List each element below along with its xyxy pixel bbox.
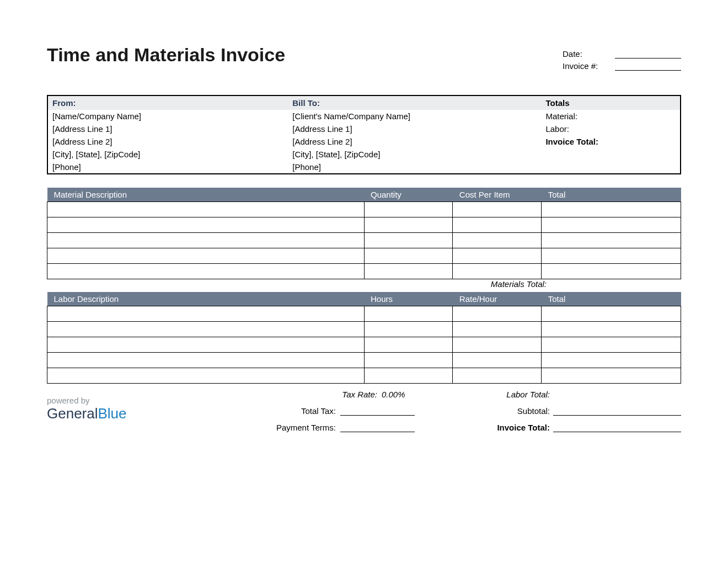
invoice-total-label: Invoice Total:	[497, 423, 553, 432]
materials-qty-header: Quantity	[364, 188, 453, 202]
table-row[interactable]	[47, 353, 681, 368]
table-row[interactable]	[47, 233, 681, 248]
labor-desc-header: Labor Description	[47, 292, 365, 306]
totals-invoice-total-label: Invoice Total:	[541, 135, 681, 148]
total-tax-label: Total Tax:	[301, 406, 340, 416]
date-label: Date:	[563, 49, 615, 59]
totals-labor-label: Labor:	[541, 123, 681, 135]
materials-desc-header: Material Description	[47, 188, 365, 202]
invoice-total-line[interactable]	[553, 422, 681, 432]
payment-terms-line[interactable]	[340, 422, 415, 432]
table-row[interactable]	[47, 368, 681, 384]
labor-total-header: Total	[542, 292, 681, 306]
table-row[interactable]	[47, 306, 681, 322]
invoice-number-input-line[interactable]	[615, 61, 681, 71]
billto-name[interactable]: [Client's Name/Company Name]	[288, 110, 541, 123]
invoice-meta: Date: Invoice #:	[563, 44, 681, 73]
labor-total-label: Labor Total:	[506, 390, 553, 399]
subtotal-line[interactable]	[553, 406, 681, 416]
date-input-line[interactable]	[615, 49, 681, 59]
payment-terms-label: Payment Terms:	[276, 423, 340, 432]
from-addr2[interactable]: [Address Line 2]	[47, 135, 288, 148]
table-row[interactable]	[47, 202, 681, 217]
table-row[interactable]	[47, 337, 681, 353]
billto-addr2[interactable]: [Address Line 2]	[288, 135, 541, 148]
labor-table: Labor Description Hours Rate/Hour Total	[47, 292, 681, 384]
tax-rate-value: 0.00%	[382, 390, 415, 399]
page-title: Time and Materials Invoice	[47, 44, 285, 66]
materials-cost-header: Cost Per Item	[453, 188, 542, 202]
billto-header: Bill To:	[288, 95, 541, 110]
labor-rate-header: Rate/Hour	[453, 292, 542, 306]
billto-city[interactable]: [City], [State], [ZipCode]	[288, 148, 541, 161]
billto-phone[interactable]: [Phone]	[288, 161, 541, 174]
materials-total-header: Total	[542, 188, 681, 202]
logo-text-1: General	[47, 405, 98, 422]
table-row[interactable]	[47, 264, 681, 279]
from-name[interactable]: [Name/Company Name]	[47, 110, 288, 123]
from-addr1[interactable]: [Address Line 1]	[47, 123, 288, 135]
tax-rate-label: Tax Rate:	[342, 390, 382, 399]
powered-by: powered by GeneralBlue	[47, 386, 224, 422]
labor-hours-header: Hours	[364, 292, 453, 306]
total-tax-line[interactable]	[340, 406, 415, 416]
table-row[interactable]	[47, 217, 681, 233]
invoice-number-label: Invoice #:	[563, 61, 615, 71]
materials-total-value	[553, 279, 681, 289]
totals-material-label: Material:	[541, 110, 681, 123]
materials-total-label: Materials Total:	[491, 279, 553, 289]
powered-by-text: powered by	[47, 396, 224, 405]
from-city[interactable]: [City], [State], [ZipCode]	[47, 148, 288, 161]
from-header: From:	[47, 95, 288, 110]
totals-header: Totals	[541, 95, 681, 110]
materials-table: Material Description Quantity Cost Per I…	[47, 188, 681, 279]
table-row[interactable]	[47, 248, 681, 264]
logo: GeneralBlue	[47, 405, 224, 422]
table-row[interactable]	[47, 322, 681, 337]
subtotal-label: Subtotal:	[517, 406, 553, 416]
from-phone[interactable]: [Phone]	[47, 161, 288, 174]
logo-text-2: Blue	[98, 405, 127, 422]
billto-addr1[interactable]: [Address Line 1]	[288, 123, 541, 135]
info-table: From: Bill To: Totals [Name/Company Name…	[47, 95, 681, 174]
